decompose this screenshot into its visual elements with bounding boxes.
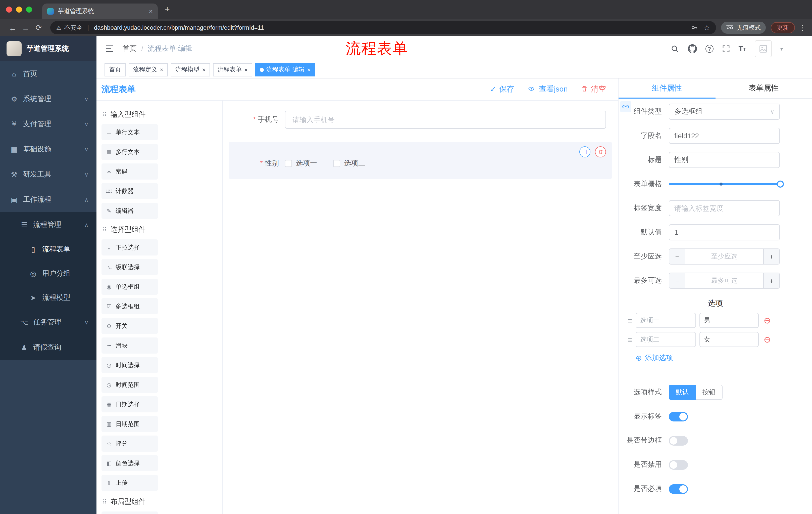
- option-2-label-input[interactable]: [636, 332, 696, 347]
- hamburger-icon[interactable]: [105, 44, 115, 54]
- tag-home[interactable]: 首页: [105, 63, 126, 76]
- sidebar-item-devtools[interactable]: ⚒ 研发工具 ∨: [0, 162, 96, 187]
- option-drag-icon[interactable]: ≡: [628, 335, 632, 344]
- tag-close-icon[interactable]: ×: [160, 66, 163, 73]
- title-input[interactable]: [669, 152, 780, 168]
- palette-item-time-picker[interactable]: ◷时间选择: [102, 357, 158, 373]
- zoom-window-button[interactable]: [26, 6, 32, 12]
- tag-process-form[interactable]: 流程表单 ×: [213, 63, 252, 76]
- browser-update-button[interactable]: 更新: [771, 22, 795, 33]
- gender-option-1-checkbox[interactable]: 选项一: [285, 159, 317, 168]
- palette-item-editor[interactable]: ✎编辑器: [102, 203, 158, 219]
- default-value-input[interactable]: [669, 224, 780, 240]
- palette-item-date-picker[interactable]: ▦日期选择: [102, 396, 158, 412]
- remove-option-icon[interactable]: ⊖: [764, 316, 771, 325]
- canvas-field-phone[interactable]: 手机号: [229, 111, 612, 129]
- palette-item-select[interactable]: ⌄下拉选择: [102, 239, 158, 255]
- sidebar-item-workflow[interactable]: ▣ 工作流程 ∧: [0, 187, 96, 212]
- label-width-input[interactable]: [669, 200, 780, 216]
- minimize-window-button[interactable]: [16, 6, 22, 12]
- grid-slider[interactable]: [669, 183, 780, 185]
- view-json-button[interactable]: 查看json: [527, 84, 568, 94]
- disabled-toggle[interactable]: [669, 460, 688, 469]
- tag-process-model[interactable]: 流程模型 ×: [171, 63, 210, 76]
- style-button-button[interactable]: 按钮: [696, 385, 723, 400]
- remove-option-icon[interactable]: ⊖: [764, 335, 771, 344]
- tab-close-icon[interactable]: ×: [149, 7, 153, 15]
- phone-input[interactable]: [285, 111, 606, 129]
- breadcrumb-home[interactable]: 首页: [123, 44, 137, 53]
- delete-widget-icon[interactable]: [595, 146, 606, 157]
- link-icon[interactable]: [620, 101, 631, 112]
- palette-item-cascader[interactable]: ⌥级联选择: [102, 259, 158, 275]
- border-toggle[interactable]: [669, 436, 688, 445]
- option-drag-icon[interactable]: ≡: [628, 316, 632, 325]
- new-tab-button[interactable]: +: [165, 4, 170, 15]
- security-label[interactable]: 不安全: [64, 23, 82, 32]
- required-toggle[interactable]: [669, 484, 688, 494]
- palette-item-time-range[interactable]: ◶时间范围: [102, 377, 158, 393]
- option-1-label-input[interactable]: [636, 313, 696, 328]
- palette-item-multi-text[interactable]: ≣多行文本: [102, 144, 158, 160]
- sidebar-item-user-group[interactable]: ◎ 用户分组: [0, 262, 96, 286]
- min-select-value[interactable]: 至少应选: [685, 249, 763, 264]
- github-icon[interactable]: [688, 44, 697, 53]
- search-icon[interactable]: [671, 45, 679, 53]
- tag-close-icon[interactable]: ×: [202, 66, 205, 73]
- copy-widget-icon[interactable]: ❐: [579, 146, 590, 157]
- sidebar-item-task-mgmt[interactable]: ⌥ 任务管理 ∨: [0, 310, 96, 335]
- sidebar-item-process-form[interactable]: ▯ 流程表单: [0, 237, 96, 262]
- increase-button[interactable]: +: [763, 273, 779, 288]
- decrease-button[interactable]: −: [669, 249, 685, 264]
- sidebar-item-infra[interactable]: ▤ 基础设施 ∨: [0, 137, 96, 162]
- close-window-button[interactable]: [6, 6, 12, 12]
- tag-close-icon[interactable]: ×: [307, 66, 311, 73]
- palette-item-counter[interactable]: 123计数器: [102, 183, 158, 199]
- forward-icon[interactable]: →: [19, 23, 32, 32]
- back-icon[interactable]: ←: [6, 23, 19, 32]
- option-1-value-input[interactable]: [699, 313, 759, 328]
- sidebar-item-payment[interactable]: ￥ 支付管理 ∨: [0, 112, 96, 137]
- palette-item-date-range[interactable]: ▥日期范围: [102, 416, 158, 432]
- tag-close-icon[interactable]: ×: [244, 66, 248, 73]
- max-select-value[interactable]: 最多可选: [685, 273, 763, 288]
- sidebar-item-leave-query[interactable]: ♟ 请假查询: [0, 335, 96, 360]
- font-size-icon[interactable]: TT: [738, 44, 746, 53]
- sidebar-item-system[interactable]: ⚙ 系统管理 ∨: [0, 86, 96, 112]
- bookmark-star-icon[interactable]: ☆: [704, 24, 710, 32]
- gender-option-2-checkbox[interactable]: 选项二: [333, 159, 365, 168]
- browser-tab[interactable]: 芋道管理系统 ×: [42, 3, 158, 19]
- tab-component-props[interactable]: 组件属性: [618, 78, 715, 98]
- tab-form-props[interactable]: 表单属性: [715, 78, 812, 98]
- sidebar-item-home[interactable]: ⌂ 首页: [0, 61, 96, 86]
- slider-handle[interactable]: [777, 181, 784, 188]
- url-text[interactable]: dashboard.yudao.iocoder.cn/bpm/manager/f…: [94, 24, 264, 31]
- palette-item-single-text[interactable]: ▭单行文本: [102, 124, 158, 140]
- save-button[interactable]: ✓ 保存: [490, 84, 514, 94]
- decrease-button[interactable]: −: [669, 273, 685, 288]
- show-label-toggle[interactable]: [669, 412, 688, 421]
- password-key-icon[interactable]: [691, 24, 699, 32]
- palette-item-checkbox-group[interactable]: ☑多选框组: [102, 298, 158, 314]
- sidebar-item-process-mgmt[interactable]: ☰ 流程管理 ∧: [0, 212, 96, 237]
- help-icon[interactable]: ?: [705, 45, 713, 53]
- palette-item-radio-group[interactable]: ◉单选框组: [102, 279, 158, 295]
- tag-process-definition[interactable]: 流程定义 ×: [128, 63, 168, 76]
- url-bar[interactable]: ⚠ 不安全 | dashboard.yudao.iocoder.cn/bpm/m…: [50, 21, 716, 34]
- form-canvas[interactable]: 手机号 ❐ 性: [223, 101, 618, 514]
- palette-item-switch[interactable]: ⊙开关: [102, 318, 158, 334]
- palette-item-slider[interactable]: ╼滑块: [102, 337, 158, 354]
- option-2-value-input[interactable]: [699, 332, 759, 347]
- style-default-button[interactable]: 默认: [669, 385, 696, 400]
- palette-item-color-picker[interactable]: ◧颜色选择: [102, 455, 158, 471]
- clear-button[interactable]: 清空: [581, 84, 606, 94]
- palette-item-upload[interactable]: ⇧上传: [102, 475, 158, 491]
- reload-icon[interactable]: ⟳: [32, 23, 45, 32]
- add-option-button[interactable]: ⊕ 添加选项: [618, 349, 812, 362]
- canvas-widget-gender-selected[interactable]: ❐ 性别 选项一 选项二: [229, 142, 612, 179]
- component-type-select[interactable]: 多选框组 ∨: [669, 104, 780, 120]
- browser-menu-icon[interactable]: ⋮: [799, 24, 806, 32]
- sidebar-item-process-model[interactable]: ➤ 流程模型: [0, 286, 96, 310]
- palette-item-password[interactable]: ∗密码: [102, 163, 158, 180]
- increase-button[interactable]: +: [763, 249, 779, 264]
